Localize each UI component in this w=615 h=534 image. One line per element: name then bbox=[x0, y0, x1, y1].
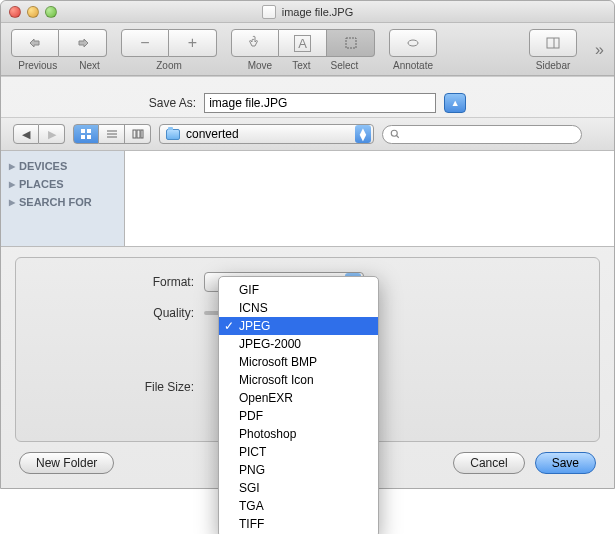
back-button[interactable]: ◀ bbox=[13, 124, 39, 144]
svg-rect-2 bbox=[547, 38, 559, 48]
quality-label: Quality: bbox=[34, 306, 194, 320]
forward-button[interactable]: ▶ bbox=[39, 124, 65, 144]
annotate-label: Annotate bbox=[393, 60, 433, 71]
format-label: Format: bbox=[34, 275, 194, 289]
svg-line-15 bbox=[397, 136, 399, 138]
traffic-lights bbox=[9, 6, 57, 18]
file-size-label: File Size: bbox=[34, 380, 194, 394]
format-menu-item[interactable]: PDF bbox=[219, 407, 378, 425]
svg-rect-7 bbox=[87, 135, 91, 139]
svg-rect-13 bbox=[141, 130, 143, 138]
save-as-input[interactable] bbox=[204, 93, 436, 113]
next-button[interactable] bbox=[59, 29, 107, 57]
format-menu-item[interactable]: SGI bbox=[219, 479, 378, 497]
format-menu-item[interactable]: OpenEXR bbox=[219, 389, 378, 407]
sidebar: ▶DEVICES ▶PLACES ▶SEARCH FOR bbox=[1, 151, 125, 246]
close-button[interactable] bbox=[9, 6, 21, 18]
svg-rect-6 bbox=[81, 135, 85, 139]
icon-view-button[interactable] bbox=[73, 124, 99, 144]
nav-group: Previous Next bbox=[11, 29, 107, 71]
search-field[interactable] bbox=[382, 125, 582, 144]
previous-label: Previous bbox=[18, 60, 57, 71]
window-title-text: image file.JPG bbox=[282, 6, 354, 18]
previous-button[interactable] bbox=[11, 29, 59, 57]
format-menu-item[interactable]: ICNS bbox=[219, 299, 378, 317]
browser-bar: ◀ ▶ converted ▲▼ bbox=[1, 117, 614, 151]
folder-select[interactable]: converted ▲▼ bbox=[159, 124, 374, 144]
column-view-button[interactable] bbox=[125, 124, 151, 144]
sidebar-label: Sidebar bbox=[536, 60, 570, 71]
document-icon bbox=[262, 5, 276, 19]
format-menu-item[interactable]: JPEG bbox=[219, 317, 378, 335]
svg-rect-11 bbox=[133, 130, 136, 138]
next-label: Next bbox=[79, 60, 100, 71]
move-label: Move bbox=[248, 60, 272, 71]
file-browser: ▶DEVICES ▶PLACES ▶SEARCH FOR bbox=[1, 151, 614, 247]
sidebar-places[interactable]: ▶PLACES bbox=[1, 175, 124, 193]
zoom-in-button[interactable]: + bbox=[169, 29, 217, 57]
sidebar-search-for[interactable]: ▶SEARCH FOR bbox=[1, 193, 124, 211]
svg-rect-4 bbox=[81, 129, 85, 133]
zoom-label: Zoom bbox=[156, 60, 182, 71]
format-menu-item[interactable]: Photoshop bbox=[219, 425, 378, 443]
overflow-icon[interactable]: » bbox=[595, 41, 604, 59]
cancel-button[interactable]: Cancel bbox=[453, 452, 524, 474]
svg-rect-5 bbox=[87, 129, 91, 133]
search-input[interactable] bbox=[405, 128, 575, 140]
window-title: image file.JPG bbox=[1, 5, 614, 19]
format-menu-item[interactable]: GIF bbox=[219, 281, 378, 299]
save-button[interactable]: Save bbox=[535, 452, 596, 474]
minimize-button[interactable] bbox=[27, 6, 39, 18]
format-dropdown-menu: GIFICNSJPEGJPEG-2000Microsoft BMPMicroso… bbox=[218, 276, 379, 534]
folder-icon bbox=[166, 129, 180, 140]
select-arrows-icon: ▲▼ bbox=[355, 125, 371, 143]
text-label: Text bbox=[292, 60, 310, 71]
svg-rect-12 bbox=[137, 130, 140, 138]
sidebar-button[interactable] bbox=[529, 29, 577, 57]
format-menu-item[interactable]: Microsoft Icon bbox=[219, 371, 378, 389]
list-view-button[interactable] bbox=[99, 124, 125, 144]
save-as-label: Save As: bbox=[149, 96, 196, 110]
folder-name: converted bbox=[186, 127, 349, 141]
titlebar: image file.JPG bbox=[1, 1, 614, 23]
move-button[interactable] bbox=[231, 29, 279, 57]
format-menu-item[interactable]: PICT bbox=[219, 443, 378, 461]
collapse-button[interactable]: ▲ bbox=[444, 93, 466, 113]
zoom-out-button[interactable]: − bbox=[121, 29, 169, 57]
format-menu-item[interactable]: TIFF bbox=[219, 515, 378, 533]
svg-rect-0 bbox=[346, 38, 356, 48]
select-label: Select bbox=[331, 60, 359, 71]
file-list[interactable] bbox=[125, 151, 614, 246]
toolbar: Previous Next − + Zoom A Move Text Selec… bbox=[1, 23, 614, 76]
new-folder-button[interactable]: New Folder bbox=[19, 452, 114, 474]
annotate-button[interactable] bbox=[389, 29, 437, 57]
sidebar-devices[interactable]: ▶DEVICES bbox=[1, 157, 124, 175]
format-menu-item[interactable]: Microsoft BMP bbox=[219, 353, 378, 371]
search-icon bbox=[389, 128, 401, 140]
format-menu-item[interactable]: JPEG-2000 bbox=[219, 335, 378, 353]
svg-point-1 bbox=[408, 40, 418, 46]
format-menu-item[interactable]: PNG bbox=[219, 461, 378, 479]
svg-point-14 bbox=[391, 130, 397, 136]
select-button[interactable] bbox=[327, 29, 375, 57]
zoom-button[interactable] bbox=[45, 6, 57, 18]
text-button[interactable]: A bbox=[279, 29, 327, 57]
format-menu-item[interactable]: TGA bbox=[219, 497, 378, 515]
